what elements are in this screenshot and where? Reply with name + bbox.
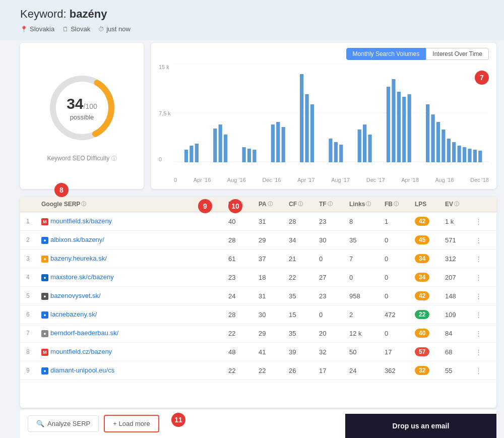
row-menu[interactable]: ⋮: [475, 348, 490, 356]
seo-difficulty-label: Keyword SEO Difficulty ⓘ: [47, 155, 116, 162]
table-row[interactable]: 2 ●albixon.sk/bazeny/ 28 29 34 30 35 0 4…: [20, 231, 496, 249]
meta-time: ⏱ just now: [98, 25, 131, 33]
col-actions: [475, 201, 490, 208]
row-number: 9: [26, 367, 41, 374]
svg-rect-36: [452, 142, 456, 162]
row-ev: 109: [445, 311, 475, 319]
links-info-icon[interactable]: ⓘ: [366, 201, 371, 208]
row-url: ●maxstore.sk/c/bazeny: [41, 273, 228, 281]
monthly-search-btn[interactable]: Monthly Search Volumes: [346, 48, 426, 60]
doc-icon: 🗒: [62, 26, 69, 33]
row-lps: 32: [415, 366, 445, 375]
svg-rect-39: [468, 149, 471, 162]
row-tf: 0: [319, 311, 349, 319]
row-menu[interactable]: ⋮: [475, 311, 490, 319]
cf-info-icon[interactable]: ⓘ: [298, 201, 303, 208]
svg-rect-24: [363, 124, 366, 162]
row-fb: 472: [385, 311, 415, 319]
row-menu[interactable]: ⋮: [475, 236, 490, 244]
row-ev: 312: [445, 255, 475, 263]
row-menu[interactable]: ⋮: [475, 330, 490, 337]
row-tf: 0: [319, 255, 349, 263]
interest-over-time-btn[interactable]: Interest Over Time: [426, 48, 489, 60]
email-box[interactable]: Drop us an email: [345, 414, 496, 438]
serp-link[interactable]: lacnebazeny.sk/: [50, 310, 97, 318]
row-tf: 23: [319, 218, 349, 225]
serp-link[interactable]: maxstore.sk/c/bazeny: [50, 273, 114, 281]
row-number: 5: [26, 292, 41, 299]
svg-rect-9: [219, 124, 222, 162]
row-cf: 34: [289, 236, 319, 244]
row-links: 8: [349, 218, 385, 225]
meta-row: 📍 Slovakia 🗒 Slovak ⏱ just now: [20, 25, 131, 33]
row-links: 12 k: [349, 330, 385, 337]
row-da: 40: [228, 218, 259, 225]
table-row[interactable]: 7 ●berndorf-baederbau.sk/ 22 29 35 20 12…: [20, 324, 496, 343]
table-header: Google SERP ⓘ DAⓘ PAⓘ CFⓘ TFⓘ Linksⓘ FBⓘ…: [20, 197, 496, 212]
table-row[interactable]: 1 Mmountfield.sk/bazeny 40 31 28 23 8 1 …: [20, 212, 496, 231]
info-icon[interactable]: ⓘ: [111, 155, 117, 161]
analyze-serp-button[interactable]: 🔍 Analyze SERP: [28, 415, 99, 432]
row-menu[interactable]: ⋮: [475, 255, 490, 263]
fb-info-icon[interactable]: ⓘ: [394, 201, 399, 208]
table-row[interactable]: 8 Mmountfield.cz/bazeny 48 41 39 32 50 1…: [20, 343, 496, 361]
table-row[interactable]: 5 ●bazenovysvet.sk/ 24 31 35 23 958 0 42…: [20, 287, 496, 305]
ev-info-icon[interactable]: ⓘ: [454, 201, 459, 208]
row-fb: 362: [385, 367, 415, 374]
svg-rect-38: [463, 147, 466, 162]
pa-info-icon[interactable]: ⓘ: [268, 201, 273, 208]
row-tf: 20: [319, 330, 349, 337]
row-da: 24: [228, 292, 259, 300]
row-pa: 37: [259, 255, 289, 263]
serp-link[interactable]: mountfield.sk/bazeny: [50, 217, 112, 225]
svg-rect-37: [458, 146, 461, 162]
row-da: 48: [228, 348, 259, 356]
table-row[interactable]: 3 ●bazeny.heureka.sk/ 61 37 21 0 7 0 34 …: [20, 249, 496, 268]
row-pa: 30: [259, 311, 289, 319]
serp-link[interactable]: albixon.sk/bazeny/: [50, 236, 104, 243]
load-more-button[interactable]: + Load more: [104, 415, 159, 432]
chart-toolbar: Monthly Search Volumes Interest Over Tim…: [159, 48, 489, 60]
analyze-icon: 🔍: [36, 420, 44, 427]
table-row[interactable]: 6 ●lacnebazeny.sk/ 28 30 15 0 2 472 22 1…: [20, 305, 496, 324]
x-axis-labels: 0 Apr '16 Aug '16 Dec '16 Apr '17 Aug '1…: [174, 177, 489, 183]
row-menu[interactable]: ⋮: [475, 292, 490, 300]
svg-rect-22: [339, 145, 343, 162]
tf-info-icon[interactable]: ⓘ: [328, 201, 333, 208]
serp-link[interactable]: bazenovysvet.sk/: [50, 292, 101, 299]
svg-rect-26: [387, 87, 390, 162]
serp-link[interactable]: bazeny.heureka.sk/: [50, 255, 107, 262]
row-cf: 35: [289, 330, 319, 337]
table-row[interactable]: 9 ●diamant-unipool.eu/cs 22 22 26 17 24 …: [20, 361, 496, 380]
serp-link[interactable]: diamant-unipool.eu/cs: [50, 366, 114, 374]
chart-area: 15 k 7.5 k 0: [159, 64, 489, 174]
row-links: 24: [349, 367, 385, 374]
table-row[interactable]: 4 ●maxstore.sk/c/bazeny 23 18 22 27 0 0 …: [20, 268, 496, 287]
callout-badge-10: 10: [228, 199, 242, 213]
row-fb: 1: [385, 218, 415, 225]
row-lps: 57: [415, 347, 445, 356]
row-tf: 30: [319, 236, 349, 244]
row-lps: 34: [415, 273, 445, 282]
svg-rect-8: [213, 129, 217, 162]
row-menu[interactable]: ⋮: [475, 367, 490, 374]
y-axis-labels: 15 k 7.5 k 0: [159, 64, 171, 162]
row-cf: 26: [289, 367, 319, 374]
row-number: 6: [26, 311, 41, 318]
svg-rect-34: [442, 130, 445, 162]
serp-info-icon[interactable]: ⓘ: [81, 201, 86, 208]
serp-link[interactable]: berndorf-baederbau.sk/: [50, 329, 118, 337]
svg-rect-17: [300, 74, 303, 162]
svg-rect-40: [473, 150, 477, 162]
svg-rect-16: [282, 127, 285, 162]
row-menu[interactable]: ⋮: [475, 218, 490, 225]
row-number: 7: [26, 330, 41, 337]
row-number: 1: [26, 218, 41, 225]
row-cf: 28: [289, 218, 319, 225]
col-lps: LPS: [415, 201, 445, 208]
row-menu[interactable]: ⋮: [475, 274, 490, 281]
serp-link[interactable]: mountfield.cz/bazeny: [50, 348, 112, 355]
col-cf: CFⓘ: [289, 201, 319, 208]
svg-rect-7: [195, 144, 199, 162]
svg-rect-41: [478, 151, 482, 162]
